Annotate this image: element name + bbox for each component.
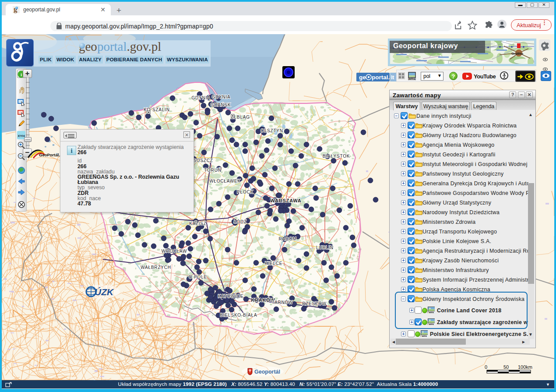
svg-text:0: 0: [485, 364, 487, 370]
svg-text:GDYNIA: GDYNIA: [211, 95, 230, 99]
svg-text:GDYNIA: GDYNIA: [191, 95, 210, 100]
svg-text:WARSZAWA: WARSZAWA: [270, 198, 301, 203]
svg-text:LUBLIN: LUBLIN: [316, 245, 334, 250]
svg-text:wms: wms: [421, 335, 427, 337]
svg-text:50: 50: [503, 364, 509, 370]
svg-text:ÚZK: ÚZK: [95, 287, 114, 297]
svg-text:YouTube: YouTube: [474, 73, 496, 80]
svg-text:RADOM: RADOM: [278, 237, 296, 241]
svg-text:BIAŁYSTOK: BIAŁYSTOK: [323, 154, 350, 159]
svg-text:RZESZÓW: RZESZÓW: [302, 301, 327, 306]
svg-text:WROCŁAW: WROCŁAW: [162, 249, 187, 254]
svg-text:OLSZTYN: OLSZTYN: [260, 128, 283, 133]
svg-text:WAŁBRZYCH: WAŁBRZYCH: [141, 265, 171, 270]
svg-text:100km: 100km: [518, 364, 532, 370]
svg-text:KIELCE: KIELCE: [265, 261, 282, 266]
svg-text:O POLE: O POLE: [189, 275, 207, 279]
svg-text:TARNÓW: TARNÓW: [272, 300, 293, 305]
svg-text:lt: lt: [391, 74, 394, 81]
svg-text:BIELSKO-BIAŁA: BIELSKO-BIAŁA: [220, 313, 257, 318]
svg-text:wms: wms: [408, 77, 415, 80]
svg-text:ŁÓDŹ: ŁÓDŹ: [234, 219, 247, 224]
svg-text:Grodno: Grodno: [511, 52, 523, 56]
svg-text:WŁOCŁAWEK: WŁOCŁAWEK: [209, 179, 241, 184]
svg-text:GDAŃSK: GDAŃSK: [210, 102, 231, 107]
svg-text:KATOWICE: KATOWICE: [218, 294, 244, 299]
svg-text:KALISZ: KALISZ: [189, 221, 206, 226]
svg-text:TORUŃ: TORUŃ: [204, 167, 221, 173]
svg-text:ge: ge: [359, 74, 366, 81]
svg-text:PŁOCK: PŁOCK: [237, 190, 253, 194]
svg-text:Geoportál: Geoportál: [254, 369, 280, 375]
svg-text:portal.: portal.: [372, 74, 390, 81]
svg-text:i: i: [21, 72, 22, 77]
